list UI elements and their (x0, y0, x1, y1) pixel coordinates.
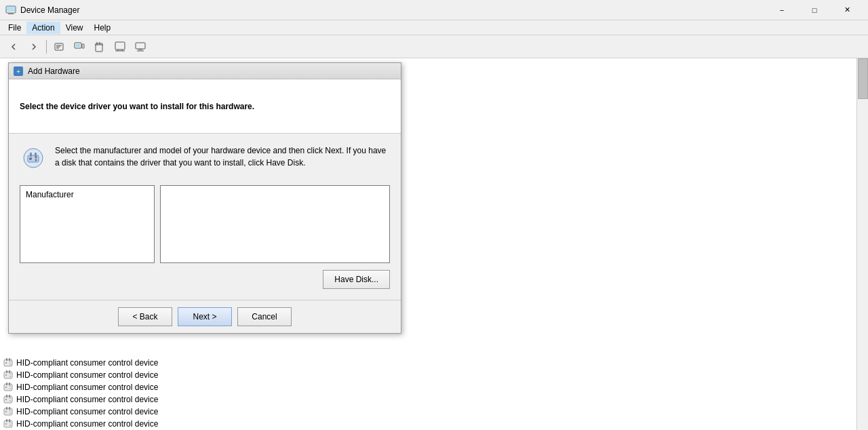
svg-rect-21 (4, 359, 12, 366)
title-bar: Device Manager − □ ✕ (0, 0, 868, 20)
menu-view[interactable]: View (60, 22, 89, 34)
menu-bar: File Action View Help (0, 20, 868, 35)
svg-rect-35 (9, 383, 10, 385)
svg-point-64 (35, 157, 37, 159)
svg-rect-46 (6, 407, 7, 410)
dialog-footer: < Back Next > Cancel (9, 300, 401, 333)
back-button[interactable] (4, 37, 23, 56)
svg-rect-51 (4, 421, 12, 427)
listbox-row: Manufacturer (20, 185, 390, 263)
scrollbar-thumb[interactable] (858, 58, 868, 99)
app-title: Device Manager (20, 5, 766, 15)
list-item[interactable]: HID-compliant consumer control device (0, 381, 856, 393)
device-name-4: HID-compliant consumer control device (16, 395, 158, 404)
device-manager-button[interactable] (70, 37, 89, 56)
hid-icon (3, 406, 14, 417)
computer-button[interactable] (131, 37, 150, 56)
dialog-header: Select the device driver you want to ins… (9, 79, 401, 134)
uninstall-button[interactable] (90, 37, 109, 56)
close-button[interactable]: ✕ (831, 0, 863, 20)
svg-rect-18 (136, 43, 145, 49)
window-controls: − □ ✕ (766, 0, 863, 20)
toolbar-separator-1 (46, 40, 47, 54)
toolbar (0, 35, 868, 58)
hid-icon (3, 418, 14, 429)
dialog-body: Select the manufacturer and model of you… (9, 134, 401, 300)
list-item[interactable]: HID-compliant consumer control device (0, 369, 856, 381)
menu-help[interactable]: Help (89, 22, 117, 34)
svg-rect-53 (9, 419, 10, 422)
svg-point-38 (9, 388, 11, 389)
model-listbox[interactable] (160, 185, 390, 263)
svg-rect-39 (4, 396, 12, 403)
properties-button[interactable] (50, 37, 68, 56)
svg-point-37 (9, 385, 11, 387)
svg-point-49 (9, 410, 11, 411)
svg-point-31 (9, 373, 11, 374)
hid-icon (3, 357, 14, 368)
svg-rect-2 (6, 6, 16, 12)
svg-rect-29 (9, 370, 10, 373)
svg-rect-23 (9, 358, 10, 361)
back-button[interactable]: < Back (118, 307, 172, 326)
svg-rect-47 (9, 407, 10, 410)
svg-point-54 (5, 423, 7, 425)
svg-point-55 (9, 422, 11, 423)
svg-point-25 (9, 361, 11, 362)
cancel-button[interactable]: Cancel (237, 307, 292, 326)
main-area: HID-compliant consumer control device HI… (0, 58, 868, 430)
svg-rect-52 (6, 419, 7, 422)
list-item[interactable]: HID-compliant consumer control device (0, 393, 856, 406)
svg-rect-8 (76, 44, 80, 47)
hid-icon (3, 382, 14, 393)
svg-rect-9 (82, 44, 84, 48)
svg-rect-41 (9, 395, 10, 397)
dialog-title-icon: + (13, 66, 24, 77)
menu-file[interactable]: File (3, 22, 26, 34)
list-item[interactable]: HID-compliant consumer control device (0, 418, 856, 430)
svg-rect-34 (6, 383, 7, 385)
manufacturer-listbox[interactable]: Manufacturer (20, 185, 155, 263)
svg-rect-1 (8, 14, 14, 14)
device-name-1: HID-compliant consumer control device (16, 358, 158, 368)
device-name-2: HID-compliant consumer control device (16, 370, 158, 380)
svg-rect-27 (4, 372, 12, 378)
svg-point-26 (9, 364, 11, 365)
add-hardware-dialog: + Add Hardware Select the device driver … (8, 62, 401, 334)
hid-icon (3, 370, 14, 380)
minimize-button[interactable]: − (766, 0, 797, 20)
have-disk-row: Have Disk... (20, 270, 390, 289)
svg-rect-61 (30, 153, 32, 157)
svg-point-63 (29, 157, 32, 160)
svg-rect-45 (4, 408, 12, 415)
svg-point-48 (5, 411, 7, 412)
svg-rect-14 (115, 42, 125, 50)
list-item[interactable]: HID-compliant consumer control device (0, 357, 856, 369)
svg-point-42 (5, 399, 7, 400)
list-item[interactable]: HID-compliant consumer control device (0, 406, 856, 418)
scrollbar-track[interactable] (856, 58, 868, 430)
svg-point-43 (9, 397, 11, 399)
forward-button[interactable] (24, 37, 43, 56)
device-name-6: HID-compliant consumer control device (16, 419, 158, 429)
hid-icon (3, 394, 14, 405)
svg-rect-33 (4, 384, 12, 391)
description-text: Select the manufacturer and model of you… (55, 144, 390, 169)
menu-action[interactable]: Action (26, 22, 60, 34)
svg-point-56 (9, 425, 11, 426)
maximize-button[interactable]: □ (799, 0, 830, 20)
scan-button[interactable] (111, 37, 130, 56)
svg-point-30 (5, 374, 7, 376)
dialog-description: Select the manufacturer and model of you… (20, 144, 390, 172)
next-button[interactable]: Next > (178, 307, 232, 326)
dialog-title: Add Hardware (28, 66, 397, 76)
device-name-3: HID-compliant consumer control device (16, 383, 158, 392)
have-disk-button[interactable]: Have Disk... (323, 270, 390, 289)
hardware-icon (20, 144, 47, 172)
svg-point-32 (9, 376, 11, 377)
svg-rect-28 (6, 370, 7, 373)
dialog-title-bar: + Add Hardware (9, 63, 401, 79)
dialog-header-text: Select the device driver you want to ins… (20, 102, 254, 111)
svg-rect-22 (6, 358, 7, 361)
app-icon (5, 5, 16, 16)
